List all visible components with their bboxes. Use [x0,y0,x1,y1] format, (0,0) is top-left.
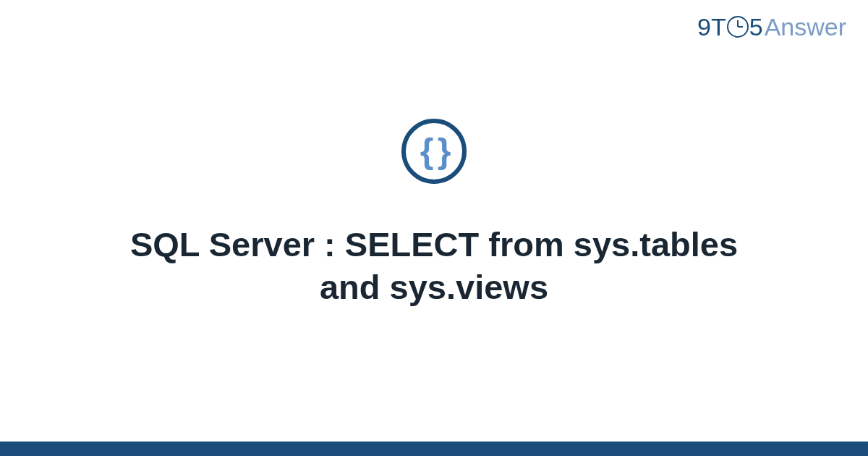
code-braces-icon: { } [420,131,448,171]
question-title: SQL Server : SELECT from sys.tables and … [109,224,760,309]
topic-icon-container: { } [401,119,467,184]
main-content: { } SQL Server : SELECT from sys.tables … [0,0,868,456]
footer-accent-bar [0,442,868,456]
